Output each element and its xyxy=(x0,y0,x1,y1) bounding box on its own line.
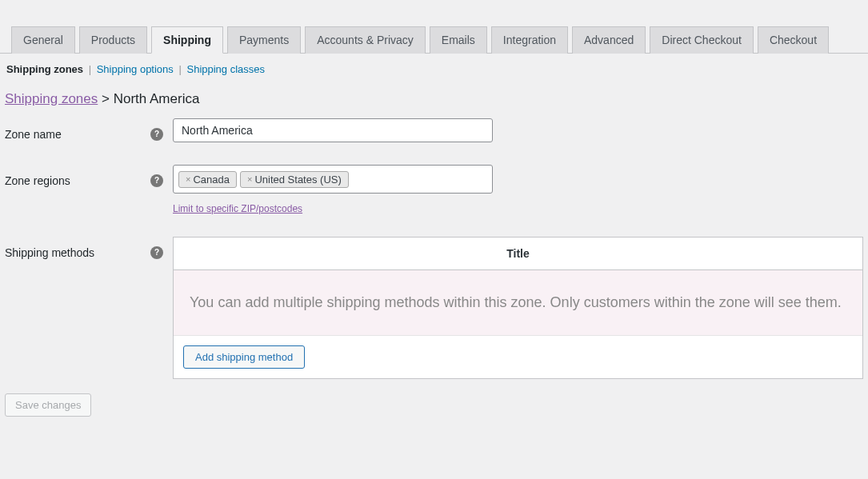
region-tag[interactable]: × Canada xyxy=(178,171,237,188)
tab-emails[interactable]: Emails xyxy=(430,26,487,54)
separator: | xyxy=(178,63,181,75)
region-tag-label: Canada xyxy=(193,174,230,186)
tab-checkout[interactable]: Checkout xyxy=(758,26,829,54)
settings-tabs: General Products Shipping Payments Accou… xyxy=(0,0,868,54)
tab-products[interactable]: Products xyxy=(79,26,147,54)
methods-title-header: Title xyxy=(174,238,862,270)
zone-name-label: Zone name xyxy=(5,128,62,141)
tab-advanced[interactable]: Advanced xyxy=(572,26,646,54)
region-tag[interactable]: × United States (US) xyxy=(240,171,349,188)
tab-payments[interactable]: Payments xyxy=(227,26,301,54)
help-icon[interactable]: ? xyxy=(150,246,163,259)
breadcrumb: Shipping zones > North America xyxy=(0,85,868,118)
remove-tag-icon[interactable]: × xyxy=(247,174,252,184)
tab-direct-checkout[interactable]: Direct Checkout xyxy=(650,26,754,54)
methods-empty-message: You can add multiple shipping methods wi… xyxy=(174,270,862,336)
help-icon[interactable]: ? xyxy=(150,174,163,187)
shipping-methods-table: Title You can add multiple shipping meth… xyxy=(173,237,863,379)
save-changes-button[interactable]: Save changes xyxy=(5,393,91,417)
separator: | xyxy=(89,63,91,75)
subtab-shipping-classes[interactable]: Shipping classes xyxy=(186,63,265,75)
remove-tag-icon[interactable]: × xyxy=(186,174,190,184)
shipping-methods-label: Shipping methods xyxy=(5,246,94,259)
tab-general[interactable]: General xyxy=(11,26,75,54)
limit-zip-link[interactable]: Limit to specific ZIP/postcodes xyxy=(173,203,302,214)
subtab-shipping-options[interactable]: Shipping options xyxy=(97,63,174,75)
tab-shipping[interactable]: Shipping xyxy=(151,26,223,54)
shipping-subtabs: Shipping zones | Shipping options | Ship… xyxy=(0,54,868,85)
add-shipping-method-button[interactable]: Add shipping method xyxy=(183,345,305,369)
breadcrumb-parent-link[interactable]: Shipping zones xyxy=(5,91,98,106)
zone-name-input[interactable] xyxy=(173,118,493,142)
tab-accounts-privacy[interactable]: Accounts & Privacy xyxy=(305,26,426,54)
tab-integration[interactable]: Integration xyxy=(491,26,568,54)
breadcrumb-separator: > xyxy=(102,91,114,106)
breadcrumb-current: North America xyxy=(114,91,200,106)
help-icon[interactable]: ? xyxy=(150,128,163,141)
zone-regions-input[interactable]: × Canada × United States (US) xyxy=(173,165,493,194)
zone-regions-label: Zone regions xyxy=(5,174,70,187)
subtab-shipping-zones[interactable]: Shipping zones xyxy=(6,63,83,75)
region-tag-label: United States (US) xyxy=(254,174,341,186)
